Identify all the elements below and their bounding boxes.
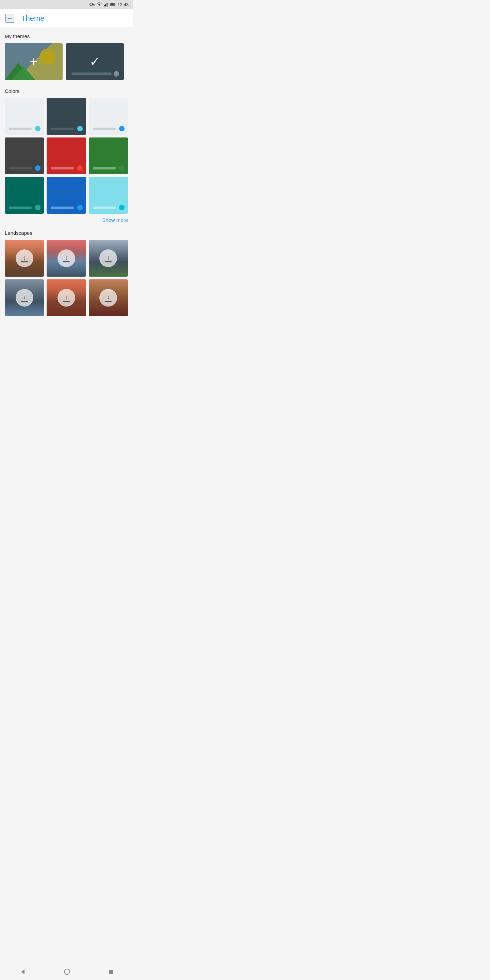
colors-grid [5, 98, 128, 214]
add-theme-card[interactable]: + [5, 43, 63, 80]
sun-decoration [40, 49, 56, 65]
theme-bar [72, 73, 111, 75]
landscape-bg-1: ↓ [5, 240, 44, 277]
svg-rect-3 [93, 5, 94, 5]
color-card-teal[interactable] [5, 177, 44, 214]
show-more-container: Show more [5, 217, 128, 223]
key-icon [89, 2, 95, 6]
color-card-red[interactable] [47, 137, 86, 174]
landscape-card-6[interactable]: ↓ [89, 279, 128, 316]
color-card-dark-teal[interactable] [47, 98, 86, 135]
landscape-card-3[interactable]: ↓ [89, 240, 128, 277]
landscape-card-4[interactable]: ↓ [5, 279, 44, 316]
color-card-light-blue[interactable] [89, 98, 128, 135]
page-title: Theme [21, 14, 44, 23]
download-overlay-2: ↓ [57, 250, 75, 267]
svg-rect-11 [115, 4, 115, 5]
download-arrow-icon-2: ↓ [65, 255, 68, 261]
download-bar-6 [105, 301, 111, 302]
my-themes-grid: + ✓ [5, 43, 128, 80]
wifi-icon [97, 2, 102, 6]
landscapes-title: Landscapes [5, 230, 128, 236]
download-bar-1 [21, 261, 28, 262]
svg-rect-6 [105, 4, 106, 6]
landscape-bg-3: ↓ [89, 240, 128, 277]
download-bar-2 [63, 261, 70, 262]
svg-rect-10 [111, 3, 114, 5]
landscape-card-2[interactable]: ↓ [47, 240, 86, 277]
landscape-bg-2: ↓ [47, 240, 86, 277]
color-card-blue[interactable] [47, 177, 86, 214]
download-overlay-4: ↓ [16, 289, 33, 307]
download-bar-5 [63, 301, 70, 302]
landscape-bg-4: ↓ [5, 279, 44, 316]
app-header: ← Theme [0, 9, 133, 28]
svg-point-0 [90, 3, 92, 6]
color-card-green[interactable] [89, 137, 128, 174]
download-overlay-1: ↓ [16, 250, 33, 267]
landscape-bg-5: ↓ [47, 279, 86, 316]
download-overlay-3: ↓ [99, 250, 117, 267]
download-bar-3 [105, 261, 111, 262]
status-bar: 12:43 [0, 0, 133, 9]
color-card-light-teal[interactable] [5, 98, 44, 135]
my-themes-title: My themes [5, 33, 128, 39]
landscape-card-5[interactable]: ↓ [47, 279, 86, 316]
svg-rect-2 [94, 5, 95, 5]
checkmark-icon: ✓ [89, 54, 100, 69]
svg-rect-8 [108, 2, 108, 6]
svg-marker-4 [98, 4, 101, 6]
color-card-dark-gray[interactable] [5, 137, 44, 174]
theme-dot [114, 71, 119, 76]
battery-icon [110, 3, 116, 6]
download-bar-4 [21, 301, 28, 302]
signal-icon [104, 2, 108, 6]
landscape-card-1[interactable]: ↓ [5, 240, 44, 277]
download-arrow-icon-4: ↓ [23, 294, 26, 300]
plus-icon: + [30, 55, 37, 68]
svg-rect-5 [104, 5, 105, 6]
download-overlay-6: ↓ [99, 289, 117, 307]
download-arrow-icon-3: ↓ [107, 255, 110, 261]
status-icons: 12:43 [89, 2, 129, 7]
svg-rect-7 [107, 3, 108, 6]
download-arrow-icon-5: ↓ [65, 294, 68, 300]
back-button[interactable]: ← [5, 14, 14, 23]
colors-title: Colors [5, 88, 128, 94]
download-arrow-icon-6: ↓ [107, 294, 110, 300]
download-overlay-5: ↓ [57, 289, 75, 307]
download-arrow-icon-1: ↓ [23, 255, 26, 261]
svg-rect-1 [92, 4, 95, 5]
content-area: My themes + ✓ Colors [0, 28, 133, 345]
color-card-cyan[interactable] [89, 177, 128, 214]
landscape-bg-6: ↓ [89, 279, 128, 316]
current-theme-card[interactable]: ✓ [66, 43, 124, 80]
show-more-button[interactable]: Show more [102, 217, 128, 223]
landscapes-grid: ↓ ↓ ↓ ↓ [5, 240, 128, 316]
status-time: 12:43 [118, 2, 129, 7]
